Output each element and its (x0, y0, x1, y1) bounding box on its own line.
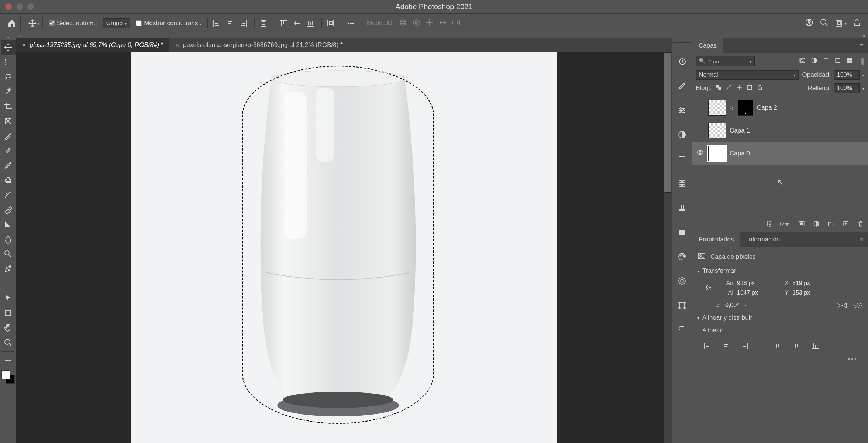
path-select-tool[interactable] (1, 291, 16, 306)
minimize-window-button[interactable] (16, 3, 23, 10)
distribute-h-icon[interactable] (258, 18, 269, 28)
paragraph-panel-icon[interactable] (676, 324, 688, 335)
hand-tool[interactable] (1, 320, 16, 335)
transform-section-header[interactable]: Transformar (697, 267, 863, 275)
lock-transparency-icon[interactable] (715, 84, 722, 93)
brush-tool[interactable] (1, 158, 16, 173)
layer-style-button[interactable]: fx⏷ (779, 221, 790, 228)
filter-adjust-icon[interactable] (810, 57, 818, 66)
document-canvas[interactable] (131, 52, 557, 443)
layer-name-label[interactable]: Capa 2 (757, 104, 777, 111)
gradient-panel-icon[interactable] (676, 227, 688, 238)
document-tab-2[interactable]: × pexels-olenka-sergienko-3686769.jpg al… (169, 38, 349, 52)
lasso-tool[interactable] (1, 69, 16, 84)
align-top-button[interactable] (773, 341, 783, 350)
3d-camera-icon[interactable] (452, 18, 461, 29)
link-wh-button[interactable]: ⛓ (702, 284, 715, 292)
3d-orbit-icon[interactable] (399, 18, 407, 29)
mask-button[interactable] (798, 220, 805, 229)
foreground-color[interactable] (1, 370, 10, 379)
layer-row[interactable]: Capa 0 (692, 142, 868, 165)
align-vcenter-button[interactable] (792, 341, 802, 350)
filter-pixel-icon[interactable] (799, 57, 806, 66)
home-button[interactable] (3, 16, 21, 31)
flip-vertical-button[interactable]: ▽△ (853, 301, 863, 309)
pen-tool[interactable] (1, 261, 16, 276)
delete-layer-button[interactable] (857, 220, 864, 229)
height-input[interactable]: 1647 px (737, 289, 770, 296)
mask-link-icon[interactable]: ⛓ (730, 105, 734, 110)
x-input[interactable]: 519 px (792, 280, 826, 286)
align-section-header[interactable]: Alinear y distribuir (697, 314, 863, 322)
width-input[interactable]: 918 px (737, 280, 770, 286)
layer-filter-select[interactable]: 🔍 Tipo ▾ (696, 56, 755, 66)
crop-tool[interactable] (1, 99, 16, 114)
document-tab-1[interactable]: × glass-1975235.jpg al 69,7% (Capa 0, RG… (16, 38, 169, 52)
align-left-icon[interactable] (211, 18, 222, 28)
flip-horizontal-button[interactable]: ▷◁ (837, 301, 847, 309)
transform-panel-icon[interactable] (676, 300, 688, 311)
layers-panel-menu[interactable]: ≡ (860, 42, 868, 50)
layers-tab[interactable]: Capas (692, 38, 723, 53)
healing-tool[interactable] (1, 143, 16, 158)
fill-input[interactable]: 100% (834, 83, 860, 93)
3d-pan-icon[interactable] (425, 18, 434, 29)
lock-image-icon[interactable] (726, 84, 732, 93)
share-button[interactable] (852, 18, 861, 29)
screen-mode-button[interactable]: ▾ (834, 18, 847, 29)
opacity-input[interactable]: 100% (834, 70, 860, 80)
zoom-tool[interactable] (1, 335, 16, 350)
adjustment-layer-button[interactable] (813, 220, 820, 229)
layer-mask-thumbnail[interactable]: ▲ (738, 100, 753, 116)
opacity-chevron[interactable]: ▾ (862, 73, 864, 77)
layer-visibility-toggle[interactable] (696, 149, 705, 158)
lock-artboard-icon[interactable] (746, 84, 753, 93)
distribute-v-icon[interactable] (326, 18, 336, 28)
layer-thumbnail[interactable] (708, 123, 726, 138)
filter-shape-icon[interactable] (834, 57, 841, 66)
close-tab-icon[interactable]: × (175, 41, 179, 49)
align-bottom-icon[interactable] (305, 18, 316, 28)
eraser-tool[interactable] (1, 202, 16, 217)
more-align-button[interactable]: ••• (697, 356, 863, 363)
color-panel-icon[interactable] (676, 129, 688, 140)
align-right-icon[interactable] (238, 18, 248, 28)
more-options-icon[interactable]: ••• (346, 18, 356, 28)
filter-type-icon[interactable] (822, 57, 830, 66)
dock-collapse-top[interactable]: « (672, 38, 692, 43)
lock-all-icon[interactable] (757, 84, 763, 93)
fill-chevron[interactable]: ▾ (862, 86, 864, 90)
align-middle-v-icon[interactable] (292, 18, 302, 28)
search-button[interactable] (820, 18, 829, 29)
align-hcenter-button[interactable] (721, 341, 731, 350)
blend-mode-select[interactable]: Normal▾ (696, 70, 799, 80)
libraries-panel-icon[interactable] (676, 154, 688, 165)
align-top-icon[interactable] (279, 18, 289, 28)
y-input[interactable]: 153 px (792, 289, 826, 296)
layer-thumbnail[interactable] (708, 146, 726, 161)
link-layers-button[interactable]: ⛓ (766, 221, 772, 228)
show-transform-checkbox[interactable]: Mostrar contr. transf. (132, 20, 205, 27)
layers-empty-area[interactable]: ↖ (692, 165, 868, 217)
3d-slide-icon[interactable] (438, 18, 447, 29)
swatches-panel-icon[interactable] (676, 251, 688, 262)
align-right-button[interactable] (739, 341, 750, 350)
cloud-docs-icon[interactable] (805, 18, 814, 29)
left-collapse-handle[interactable]: « (16, 33, 672, 38)
history-panel-icon[interactable] (676, 56, 688, 67)
layer-row[interactable]: ⛓ ▲ Capa 2 (692, 96, 868, 119)
layer-name-label[interactable]: Capa 1 (730, 127, 750, 134)
close-tab-icon[interactable]: × (22, 41, 26, 49)
align-center-h-icon[interactable] (225, 18, 235, 28)
layer-row[interactable]: Capa 1 (692, 119, 868, 142)
align-bottom-button[interactable] (810, 341, 820, 350)
frame-tool[interactable] (1, 114, 16, 128)
pattern-panel-icon[interactable] (676, 178, 688, 189)
lock-position-icon[interactable] (736, 84, 743, 93)
marquee-tool[interactable] (1, 55, 16, 69)
tools-collapse-handle[interactable]: » (7, 35, 9, 40)
brushes-panel-icon[interactable] (676, 80, 688, 92)
new-layer-button[interactable] (842, 220, 850, 229)
dodge-tool[interactable] (1, 247, 16, 261)
history-brush-tool[interactable] (1, 188, 16, 202)
